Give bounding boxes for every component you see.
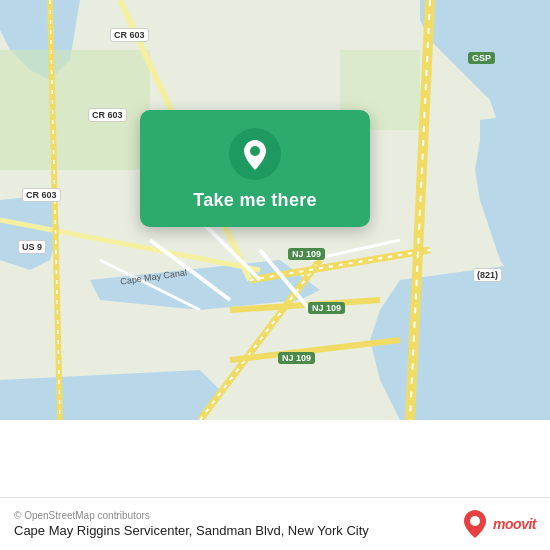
location-name: Cape May Riggins Servicenter, Sandman Bl… [14,523,369,538]
nj109-badge-3: NJ 109 [278,352,315,364]
map-container: CR 603 CR 603 CR 603 US 9 GSP NJ 109 NJ … [0,0,550,550]
gsp-badge: GSP [468,52,495,64]
bottom-left: © OpenStreetMap contributors Cape May Ri… [14,510,369,538]
take-me-there-button[interactable]: Take me there [193,190,317,211]
osm-attribution: © OpenStreetMap contributors [14,510,369,521]
moovit-text: moovit [493,516,536,532]
bottom-bar: © OpenStreetMap contributors Cape May Ri… [0,497,550,550]
nj109-badge-2: NJ 109 [308,302,345,314]
moovit-pin-icon [461,508,489,540]
nj109-badge-1: NJ 109 [288,248,325,260]
take-me-there-card[interactable]: Take me there [140,110,370,227]
svg-rect-1 [0,50,150,170]
moovit-logo: moovit [461,508,536,540]
svg-point-21 [250,146,260,156]
r821-badge: (821) [473,268,502,282]
cr603-badge-left: CR 603 [22,188,61,202]
us9-badge: US 9 [18,240,46,254]
cr603-badge-mid: CR 603 [88,108,127,122]
svg-point-22 [470,516,480,526]
cr603-badge-top: CR 603 [110,28,149,42]
location-pin-icon [229,128,281,180]
